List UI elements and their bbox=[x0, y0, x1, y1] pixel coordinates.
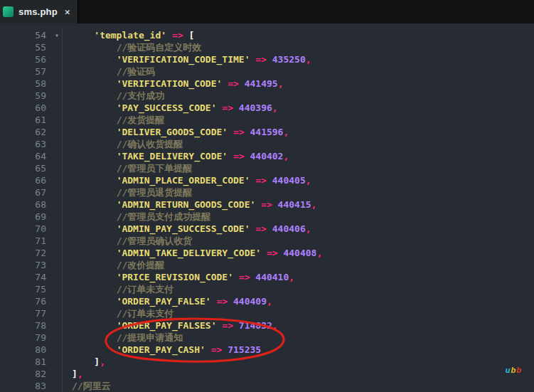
line-number: 55 bbox=[0, 41, 63, 53]
line-number: 63 bbox=[0, 138, 63, 150]
line-number: 77 bbox=[0, 307, 63, 319]
code-line-text: 'ORDER_PAY_FALSE' => 440409, bbox=[63, 295, 272, 307]
line-number: 62 bbox=[0, 126, 63, 138]
line-number: 74 bbox=[0, 271, 63, 283]
code-line-text: //订单未支付 bbox=[63, 307, 173, 319]
line-number: 67 bbox=[0, 186, 63, 198]
code-line-text: //验证码自定义时效 bbox=[63, 41, 201, 53]
line-number: 61 bbox=[0, 114, 63, 126]
line-number: 57 bbox=[0, 65, 63, 78]
code-line-text: //验证码 bbox=[63, 65, 155, 78]
code-line[interactable]: 67 //管理员退货提醒 bbox=[0, 186, 534, 198]
line-number: 83 bbox=[0, 380, 63, 392]
code-line[interactable]: 61 //发货提醒 bbox=[0, 114, 534, 126]
line-number: 75 bbox=[0, 283, 63, 295]
code-line[interactable]: 82], bbox=[0, 368, 534, 380]
code-line-text: ], bbox=[63, 368, 83, 380]
tab-filename: sms.php bbox=[18, 6, 58, 17]
code-line-text: 'ADMIN_TAKE_DELIVERY_CODE' => 440408, bbox=[63, 247, 322, 259]
watermark: ubb bbox=[506, 366, 522, 374]
code-line[interactable]: 65 //管理员下单提醒 bbox=[0, 162, 534, 174]
code-line-text: //管理员确认收货 bbox=[63, 235, 192, 247]
line-number: 65 bbox=[0, 162, 63, 174]
tab-sms-php[interactable]: sms.php ✕ bbox=[0, 0, 78, 23]
code-line[interactable]: 74 'PRICE_REVISION_CODE' => 440410, bbox=[0, 271, 534, 283]
code-line-text: //确认收货提醒 bbox=[63, 138, 183, 150]
line-number: 56 bbox=[0, 53, 63, 65]
line-number: 71 bbox=[0, 235, 63, 247]
code-line-text: //支付成功 bbox=[63, 90, 164, 102]
line-number: 79 bbox=[0, 332, 63, 344]
code-line-text: //管理员退货提醒 bbox=[63, 186, 192, 198]
line-number: 78 bbox=[0, 319, 63, 332]
code-line[interactable]: 57 //验证码 bbox=[0, 65, 534, 78]
code-line[interactable]: 78 'ORDER_PAY_FALSES' => 714832, bbox=[0, 319, 534, 332]
code-line-text: 'template_id' => [ bbox=[63, 29, 194, 41]
code-line[interactable]: 76 'ORDER_PAY_FALSE' => 440409, bbox=[0, 295, 534, 307]
code-line-text: //发货提醒 bbox=[63, 114, 164, 126]
code-line[interactable]: 79 //提现申请通知 bbox=[0, 332, 534, 344]
code-line-text: 'ADMIN_RETURN_GOODS_CODE' => 440415, bbox=[63, 198, 316, 211]
code-line[interactable]: 68 'ADMIN_RETURN_GOODS_CODE' => 440415, bbox=[0, 198, 534, 211]
code-line[interactable]: 60 'PAY_SUCCESS_CODE' => 440396, bbox=[0, 102, 534, 114]
code-line[interactable]: 69 //管理员支付成功提醒 bbox=[0, 211, 534, 223]
code-line[interactable]: 83//阿里云 bbox=[0, 380, 534, 392]
code-line-text: 'ADMIN_PAY_SUCCESS_CODE' => 440406, bbox=[63, 223, 311, 235]
tab-bar: sms.php ✕ bbox=[0, 0, 534, 23]
code-line[interactable]: 64 'TAKE_DELIVERY_CODE' => 440402, bbox=[0, 150, 534, 162]
code-line[interactable]: 54▾ 'template_id' => [ bbox=[0, 29, 534, 41]
code-line-text: 'ORDER_PAY_FALSES' => 714832, bbox=[63, 319, 278, 332]
code-line[interactable]: 59 //支付成功 bbox=[0, 90, 534, 102]
code-line-text: 'VERIFICATION_CODE_TIME' => 435250, bbox=[63, 53, 311, 65]
code-line-text: 'TAKE_DELIVERY_CODE' => 440402, bbox=[63, 150, 289, 162]
code-editor-window: sms.php ✕ 54▾ 'template_id' => [55 //验证码… bbox=[0, 0, 534, 392]
fold-marker-icon[interactable]: ▾ bbox=[55, 29, 59, 41]
code-line[interactable]: 62 'DELIVER_GOODS_CODE' => 441596, bbox=[0, 126, 534, 138]
line-number: 64 bbox=[0, 150, 63, 162]
line-number: 73 bbox=[0, 259, 63, 271]
code-line-text: //订单未支付 bbox=[63, 283, 173, 295]
code-line[interactable]: 66 'ADMIN_PLACE_ORDER_CODE' => 440405, bbox=[0, 174, 534, 186]
line-number: 72 bbox=[0, 247, 63, 259]
line-number: 80 bbox=[0, 344, 63, 356]
line-number: 58 bbox=[0, 78, 63, 90]
tab-close-icon[interactable]: ✕ bbox=[65, 6, 70, 17]
line-number: 66 bbox=[0, 174, 63, 186]
code-line[interactable]: 58 'VERIFICATION_CODE' => 441495, bbox=[0, 78, 534, 90]
code-line-text: ], bbox=[63, 356, 105, 368]
code-line[interactable]: 80 'ORDER_PAY_CASH' => 715235 bbox=[0, 344, 534, 356]
code-line-text: 'ORDER_PAY_CASH' => 715235 bbox=[63, 344, 261, 356]
line-number: 68 bbox=[0, 198, 63, 211]
code-line-text: //阿里云 bbox=[63, 380, 111, 392]
code-line[interactable]: 63 //确认收货提醒 bbox=[0, 138, 534, 150]
code-line-text: 'ADMIN_PLACE_ORDER_CODE' => 440405, bbox=[63, 174, 311, 186]
code-line[interactable]: 56 'VERIFICATION_CODE_TIME' => 435250, bbox=[0, 53, 534, 65]
code-line-text: //提现申请通知 bbox=[63, 332, 183, 344]
line-number: 54▾ bbox=[0, 29, 63, 41]
code-line[interactable]: 73 //改价提醒 bbox=[0, 259, 534, 271]
line-number: 81 bbox=[0, 356, 63, 368]
app-logo-icon bbox=[3, 6, 14, 17]
code-line-text: //管理员下单提醒 bbox=[63, 162, 192, 174]
line-number: 59 bbox=[0, 90, 63, 102]
code-line[interactable]: 71 //管理员确认收货 bbox=[0, 235, 534, 247]
code-line[interactable]: 81 ], bbox=[0, 356, 534, 368]
code-line-text: //改价提醒 bbox=[63, 259, 164, 271]
code-line[interactable]: 77 //订单未支付 bbox=[0, 307, 534, 319]
code-line[interactable]: 55 //验证码自定义时效 bbox=[0, 41, 534, 53]
line-number: 82 bbox=[0, 368, 63, 380]
code-line-text: 'VERIFICATION_CODE' => 441495, bbox=[63, 78, 283, 90]
code-area: 54▾ 'template_id' => [55 //验证码自定义时效56 'V… bbox=[0, 23, 534, 392]
line-number: 69 bbox=[0, 211, 63, 223]
code-line-text: 'PRICE_REVISION_CODE' => 440410, bbox=[63, 271, 294, 283]
code-line-text: //管理员支付成功提醒 bbox=[63, 211, 210, 223]
code-line[interactable]: 75 //订单未支付 bbox=[0, 283, 534, 295]
line-number: 70 bbox=[0, 223, 63, 235]
code-line-text: 'DELIVER_GOODS_CODE' => 441596, bbox=[63, 126, 289, 138]
code-line[interactable]: 70 'ADMIN_PAY_SUCCESS_CODE' => 440406, bbox=[0, 223, 534, 235]
code-line[interactable]: 72 'ADMIN_TAKE_DELIVERY_CODE' => 440408, bbox=[0, 247, 534, 259]
code-line-text: 'PAY_SUCCESS_CODE' => 440396, bbox=[63, 102, 278, 114]
line-number: 76 bbox=[0, 295, 63, 307]
line-number: 60 bbox=[0, 102, 63, 114]
